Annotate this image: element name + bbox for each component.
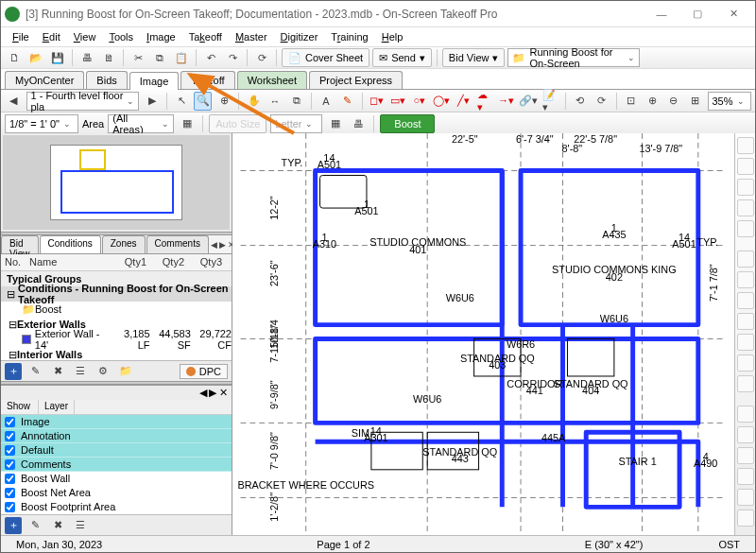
paste-icon[interactable]: 📋 (172, 48, 191, 67)
copy-icon[interactable]: ⧉ (150, 48, 169, 67)
zoom-in-icon[interactable]: ⊕ (644, 92, 662, 111)
cloud-icon[interactable]: ☁▾ (476, 92, 494, 111)
save-icon[interactable]: 💾 (48, 48, 67, 67)
panel-prev-icon[interactable]: ◀ (210, 235, 218, 254)
vtool-3[interactable] (737, 179, 754, 196)
shape3-icon[interactable]: ○▾ (411, 92, 429, 111)
refresh-icon[interactable]: ⟳ (252, 48, 271, 67)
add-condition-button[interactable]: ＋ (5, 363, 22, 380)
tab-takeoff[interactable]: Takeoff (180, 71, 234, 89)
thumbnail-pane[interactable] (3, 135, 230, 230)
rotate-cw-icon[interactable]: ⟳ (593, 92, 610, 111)
tab-bidview[interactable]: Bid View (1, 235, 39, 253)
project-dropdown[interactable]: 📁 Running Boost for On-Screen ⌄ (507, 48, 640, 67)
props-icon[interactable]: ☰ (71, 362, 90, 381)
vtool-4[interactable] (737, 199, 754, 216)
tab-comments[interactable]: Comments (146, 235, 209, 253)
vtool-2[interactable] (737, 158, 754, 175)
hotlink-icon[interactable]: 🔗▾ (519, 92, 538, 111)
cut-icon[interactable]: ✂ (129, 48, 147, 67)
layout-icon[interactable]: ▦ (326, 114, 345, 133)
zoom-window-icon[interactable]: 🔍 (194, 92, 212, 111)
redo-icon[interactable]: ↷ (223, 48, 242, 67)
shape4-icon[interactable]: ◯▾ (432, 92, 451, 111)
area-dropdown[interactable]: (All Areas)⌄ (108, 114, 174, 133)
vtool-18[interactable] (737, 510, 754, 527)
boost-button[interactable]: Boost (380, 114, 435, 133)
menu-training[interactable]: Training (325, 29, 373, 44)
layer-prev-icon[interactable]: ◀ (199, 387, 207, 398)
menu-view[interactable]: View (68, 29, 102, 44)
tab-myoncenter[interactable]: MyOnCenter (5, 71, 84, 89)
dim-icon[interactable]: ↔ (266, 92, 284, 111)
text-icon[interactable]: A (318, 92, 335, 111)
send-button[interactable]: ✉ Send ▾ (372, 48, 432, 67)
autosize-button[interactable]: Auto Size (209, 114, 266, 133)
close-button[interactable]: ✕ (715, 3, 751, 26)
area-tool-icon[interactable]: ▦ (178, 114, 197, 133)
tab-conditions[interactable]: Conditions (40, 235, 101, 253)
prev-page-icon[interactable]: ◀ (5, 92, 23, 111)
shape5-icon[interactable]: ╱▾ (455, 92, 472, 111)
cond-ext-wall[interactable]: Exterior Wall - 14' 3,185 LF 44,583 SF 2… (1, 332, 232, 347)
zoom-icon[interactable]: ⊕ (215, 92, 233, 111)
menu-edit[interactable]: Edit (37, 29, 66, 44)
layer-close-icon[interactable]: ✕ (219, 387, 228, 398)
layer-up-icon[interactable]: ☰ (71, 516, 90, 535)
new-icon[interactable]: 🗋 (5, 48, 24, 67)
tab-zones[interactable]: Zones (102, 235, 146, 253)
vtool-17[interactable] (737, 489, 754, 506)
vtool-14[interactable] (737, 426, 754, 443)
tab-project-express[interactable]: Project Express (309, 71, 403, 89)
vtool-9[interactable] (737, 313, 754, 330)
pointer-icon[interactable]: ↖ (173, 92, 191, 111)
vtool-11[interactable] (737, 354, 754, 372)
drawing-viewport[interactable]: TYP. TYP. STUDIO COMMONS 401 STUDIO COMM… (232, 133, 734, 535)
panel-next-icon[interactable]: ▶ (218, 235, 227, 254)
vtool-15[interactable] (737, 447, 754, 464)
menu-digitizer[interactable]: Digitizer (275, 29, 324, 44)
arrow-icon[interactable]: →▾ (497, 92, 515, 111)
menu-takeoff[interactable]: Takeoff (183, 29, 228, 44)
menu-image[interactable]: Image (141, 29, 181, 44)
bid-view-button[interactable]: Bid View ▾ (442, 48, 506, 67)
rotate-ccw-icon[interactable]: ⟲ (572, 92, 590, 111)
paper-dropdown[interactable]: Letter⌄ (270, 114, 322, 133)
print-icon[interactable]: 🖶 (77, 48, 96, 67)
fit-icon[interactable]: ⊡ (623, 92, 641, 111)
cover-sheet-button[interactable]: 📄 Cover Sheet (282, 48, 369, 67)
next-page-icon[interactable]: ▶ (143, 92, 161, 111)
print2-icon[interactable]: 🖶 (349, 114, 368, 133)
layer-edit-icon[interactable]: ✎ (26, 516, 44, 535)
layer-del-icon[interactable]: ✖ (48, 516, 67, 535)
zoom-dropdown[interactable]: 35%⌄ (708, 92, 752, 111)
vtool-12[interactable] (737, 375, 754, 392)
vtool-6[interactable] (737, 251, 754, 268)
dpc-button[interactable]: DPC (180, 364, 228, 379)
undo-icon[interactable]: ↶ (201, 48, 220, 67)
vtool-1[interactable] (737, 137, 754, 154)
menu-tools[interactable]: Tools (103, 29, 139, 44)
tab-worksheet[interactable]: Worksheet (237, 71, 307, 89)
scale-dropdown[interactable]: 1/8" = 1' 0"⌄ (5, 114, 78, 133)
pan-icon[interactable]: ✋ (245, 92, 263, 111)
vtool-7[interactable] (737, 271, 754, 288)
menu-help[interactable]: Help (376, 29, 409, 44)
menu-file[interactable]: File (7, 29, 35, 44)
edit-icon[interactable]: ✎ (26, 362, 44, 381)
vtool-5[interactable] (737, 220, 754, 237)
shape2-icon[interactable]: ▭▾ (389, 92, 407, 111)
zoom-out-icon[interactable]: ⊖ (665, 92, 683, 111)
menu-master[interactable]: Master (230, 29, 273, 44)
folder-icon[interactable]: 📁 (116, 362, 135, 381)
vtool-10[interactable] (737, 334, 754, 351)
zoom-extents-icon[interactable]: ⊞ (686, 92, 704, 111)
vtool-13[interactable] (737, 406, 754, 423)
vtool-8[interactable] (737, 292, 754, 309)
open-icon[interactable]: 📂 (26, 48, 45, 67)
layers-list[interactable]: Image Annotation Default Comments Boost … (1, 415, 232, 514)
highlighter-icon[interactable]: ✎ (338, 92, 356, 111)
vtool-16[interactable] (737, 468, 754, 485)
preview-icon[interactable]: 🗎 (99, 48, 118, 67)
add-layer-button[interactable]: ＋ (5, 517, 22, 534)
